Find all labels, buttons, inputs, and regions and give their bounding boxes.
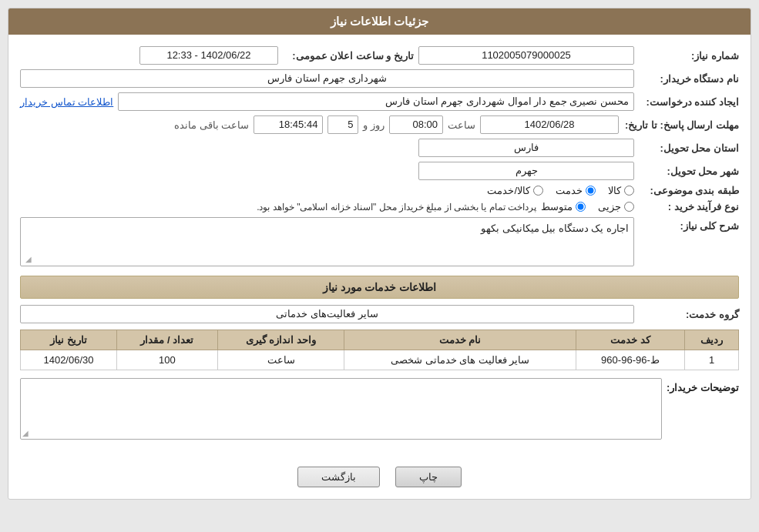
col-unit: واحد اندازه گیری	[217, 330, 344, 350]
process-radio-group: جزیی متوسط	[541, 201, 634, 212]
cell-quantity: 100	[116, 350, 217, 370]
need-number-label: شماره نیاز:	[639, 50, 739, 62]
resize-handle: ◢	[22, 255, 32, 264]
service-group-value: سایر فعالیت‌های خدماتی	[20, 305, 634, 323]
page-title: جزئیات اطلاعات نیاز	[8, 8, 751, 35]
province-value: فارس	[418, 139, 634, 157]
deadline-label: مهلت ارسال پاسخ: تا تاریخ:	[623, 119, 739, 131]
creator-label: ایجاد کننده درخواست:	[639, 96, 739, 108]
table-row: 1 ط-96-96-960 سایر فعالیت های خدماتی شخص…	[21, 350, 739, 370]
services-table: ردیف کد خدمت نام خدمت واحد اندازه گیری ت…	[20, 330, 739, 370]
announcement-value: 1402/06/22 - 12:33	[139, 46, 278, 65]
cell-date: 1402/06/30	[21, 350, 117, 370]
city-label: شهر محل تحویل:	[639, 166, 739, 177]
service-group-label: گروه خدمت:	[639, 309, 739, 320]
deadline-day-label: روز و	[363, 119, 385, 131]
category-option-kala-khedmat[interactable]: کالا/خدمت	[487, 185, 543, 196]
back-button[interactable]: بازگشت	[297, 467, 380, 487]
category-option-khedmat[interactable]: خدمت	[556, 185, 596, 196]
col-service-name: نام خدمت	[344, 330, 576, 350]
col-date: تاریخ نیاز	[21, 330, 117, 350]
need-description-value: اجاره یک دستگاه بیل میکانیکی بکهو	[25, 223, 629, 261]
creator-value: محسن نصیری جمع دار اموال شهرداری جهرم اس…	[118, 92, 634, 111]
buyer-org-value: شهرداری جهرم استان فارس	[20, 69, 634, 88]
process-radio-jozi[interactable]	[624, 202, 634, 212]
col-row-num: ردیف	[684, 330, 738, 350]
col-quantity: تعداد / مقدار	[116, 330, 217, 350]
need-description-label: شرح کلی نیاز:	[639, 217, 739, 232]
cell-service-code: ط-96-96-960	[576, 350, 684, 370]
cell-row-num: 1	[684, 350, 738, 370]
cell-service-name: سایر فعالیت های خدماتی شخصی	[344, 350, 576, 370]
announcement-label: تاریخ و ساعت اعلان عمومی:	[283, 50, 414, 62]
process-option-jozi[interactable]: جزیی	[598, 201, 634, 212]
city-value: جهرم	[418, 162, 634, 180]
process-radio-motavset[interactable]	[576, 202, 586, 212]
process-option-motavset[interactable]: متوسط	[541, 201, 586, 212]
deadline-time: 08:00	[389, 115, 443, 134]
process-note: پرداخت تمام یا بخشی از مبلغ خریداز محل "…	[20, 202, 536, 212]
category-khedmat-label: خدمت	[556, 185, 583, 196]
deadline-remaining-label: ساعت باقی مانده	[174, 119, 249, 131]
category-radio-kala[interactable]	[624, 186, 634, 196]
process-motavset-label: متوسط	[541, 201, 573, 212]
col-service-code: کد خدمت	[576, 330, 684, 350]
need-description-box: اجاره یک دستگاه بیل میکانیکی بکهو ◢	[20, 217, 634, 266]
deadline-days: 5	[327, 115, 358, 134]
deadline-time-label: ساعت	[448, 119, 475, 131]
contact-link[interactable]: اطلاعات تماس خریدار	[20, 96, 113, 108]
category-kala-khedmat-label: کالا/خدمت	[487, 185, 530, 196]
process-label: نوع فرآیند خرید :	[639, 201, 739, 212]
category-radio-group: کالا خدمت کالا/خدمت	[487, 185, 634, 196]
cell-unit: ساعت	[217, 350, 344, 370]
print-button[interactable]: چاپ	[395, 467, 462, 487]
buyer-notes-label: توضیحات خریدار:	[667, 378, 739, 393]
category-kala-label: کالا	[608, 185, 621, 196]
category-label: طبقه بندی موضوعی:	[639, 185, 739, 196]
province-label: استان محل تحویل:	[639, 142, 739, 154]
buyer-notes-box: ◢	[20, 378, 662, 440]
category-radio-kala-khedmat[interactable]	[533, 186, 543, 196]
category-radio-khedmat[interactable]	[586, 186, 596, 196]
need-number-value: 1102005079000025	[418, 46, 634, 65]
deadline-remaining: 18:45:44	[254, 115, 323, 134]
process-jozi-label: جزیی	[598, 201, 621, 212]
notes-resize-handle: ◢	[22, 429, 29, 437]
deadline-date: 1402/06/28	[480, 115, 619, 134]
footer-buttons: چاپ بازگشت	[8, 467, 751, 499]
category-option-kala[interactable]: کالا	[608, 185, 634, 196]
buyer-org-label: نام دستگاه خریدار:	[639, 73, 739, 85]
services-section-header: اطلاعات خدمات مورد نیاز	[20, 276, 739, 299]
